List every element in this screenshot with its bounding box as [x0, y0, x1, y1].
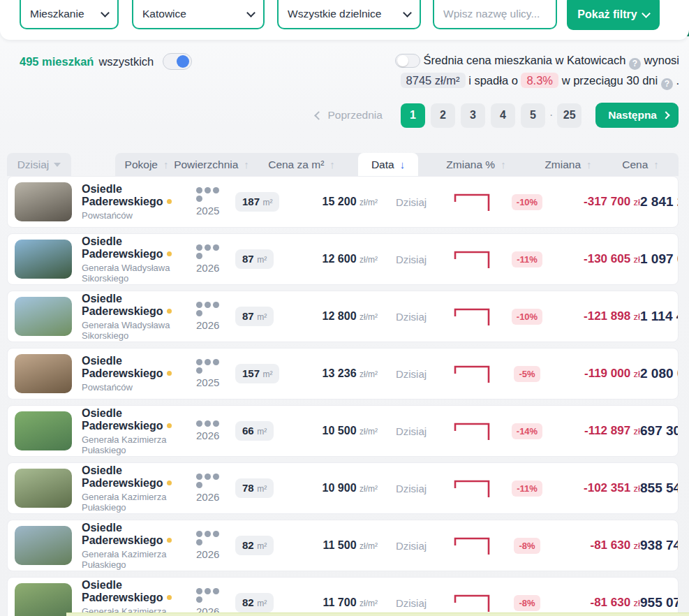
price-change-unit: zł	[634, 311, 640, 322]
district-select[interactable]: Wszystkie dzielnice	[277, 0, 421, 29]
listing-street: Generała Kazimierza Pułaskiego	[82, 492, 196, 513]
page-button-4[interactable]: 4	[491, 103, 515, 128]
area-badge: 187 m²	[235, 192, 279, 212]
help-icon[interactable]: ?	[661, 78, 673, 90]
column-label: Zmiana	[544, 159, 581, 171]
listing-date: Dzisiaj	[378, 254, 445, 265]
chevron-left-icon	[315, 111, 324, 120]
price-change-unit: zł	[634, 541, 640, 551]
price-per-m2-value: 15 200	[323, 196, 357, 207]
listing-title-block: Osiedle Paderewskiego Powstańców	[72, 355, 196, 393]
avg-price-value: 8745 zł/m²	[401, 73, 466, 88]
triangle-down-icon	[54, 163, 61, 167]
price-per-m2: 10 900 zł/m²	[295, 482, 378, 494]
area-unit: m²	[257, 484, 267, 494]
city-select[interactable]: Katowice	[132, 0, 265, 29]
price-per-m2: 10 500 zł/m²	[295, 425, 378, 437]
city-value: Katowice	[142, 8, 186, 20]
column-header-zmiana[interactable]: Zmiana↑	[534, 153, 602, 176]
listing-row[interactable]: Osiedle Paderewskiego Powstańców 2025 15…	[7, 348, 679, 399]
page-button-3[interactable]: 3	[461, 103, 485, 128]
room-count-dots-icon	[196, 302, 224, 316]
column-label: Cena za m²	[268, 159, 324, 171]
price-change-value: -102 351	[584, 481, 630, 494]
area-unit: m²	[257, 599, 267, 608]
header-spacer	[71, 153, 115, 176]
column-header-zmiana-%[interactable]: Zmiana %↑	[418, 153, 534, 176]
avg-price-text-post: wynosi	[644, 54, 679, 66]
listing-row[interactable]: Osiedle Paderewskiego Powstańców 2025 18…	[7, 176, 679, 228]
page-button-5[interactable]: 5	[521, 103, 545, 128]
listing-row[interactable]: Osiedle Paderewskiego Generała Kazimierz…	[7, 462, 679, 514]
price-change: -102 351 zł	[551, 481, 640, 495]
price-per-m2-unit: zł/m²	[360, 255, 378, 265]
listing-row[interactable]: Osiedle Paderewskiego Generała Kazimierz…	[7, 577, 679, 616]
table-header: Dzisiaj Pokoje↑Powierzchnia↑Cena za m²↑D…	[7, 153, 679, 176]
price-drop-sparkline-icon	[447, 478, 501, 499]
status-dot-icon	[167, 595, 172, 600]
area-unit: m²	[257, 255, 267, 265]
column-header-powierzchnia[interactable]: Powierzchnia↑	[178, 153, 245, 176]
price-per-m2-value: 12 600	[323, 253, 357, 265]
listing-title: Osiedle Paderewskiego	[82, 579, 163, 603]
previous-page-button[interactable]: Poprzednia	[316, 109, 382, 122]
price-change-value: -81 630	[590, 596, 630, 609]
chevron-right-icon	[662, 111, 669, 119]
listing-title: Osiedle Paderewskiego	[82, 183, 163, 207]
column-header-pokoje[interactable]: Pokoje↑	[115, 153, 178, 176]
price-change-value: -81 630	[590, 538, 630, 552]
all-listings-toggle[interactable]	[163, 53, 192, 70]
column-label: Powierzchnia	[174, 159, 238, 171]
price-change: -121 898 zł	[551, 309, 640, 323]
price-change: -81 630 zł	[551, 538, 640, 552]
price-change-unit: zł	[634, 426, 640, 437]
district-value: Wszystkie dzielnice	[288, 8, 381, 20]
room-count-dots-icon	[196, 474, 224, 488]
room-count-dots-icon	[196, 244, 224, 259]
page-button-1[interactable]: 1	[401, 103, 425, 128]
price-drop-sparkline-icon	[447, 306, 501, 327]
total-price: 855 541 zł	[640, 481, 679, 496]
listing-row[interactable]: Osiedle Paderewskiego Generała Władysław…	[7, 233, 679, 285]
listing-title: Osiedle Paderewskiego	[82, 235, 163, 260]
page-button-last[interactable]: 25	[557, 103, 581, 128]
average-price-toggle[interactable]	[395, 54, 420, 68]
show-filters-button[interactable]: Pokaż filtry	[567, 0, 660, 30]
street-search-input[interactable]: Wpisz nazwę ulicy...	[433, 0, 557, 29]
next-page-label: Następna	[608, 109, 657, 122]
area-badge: 87 m²	[235, 307, 274, 326]
green-buildings-photo	[15, 297, 72, 336]
price-per-m2: 11 500 zł/m²	[295, 539, 378, 552]
towers-by-lake-photo	[15, 240, 72, 279]
price-drop-percent: 8.3%	[521, 73, 558, 88]
price-change-value: -112 897	[584, 424, 630, 437]
toggle-knob	[177, 55, 189, 68]
completion-year: 2026	[196, 491, 235, 503]
page-button-2[interactable]: 2	[431, 103, 455, 128]
listing-row[interactable]: Osiedle Paderewskiego Generała Kazimierz…	[7, 520, 679, 571]
price-change: -112 897 zł	[551, 424, 640, 438]
listings-count-number: 495 mieszkań	[20, 55, 94, 68]
column-header-cena-za-m-[interactable]: Cena za m²↑	[245, 153, 358, 176]
next-page-button[interactable]: Następna	[595, 103, 679, 128]
completion-year: 2025	[196, 205, 235, 217]
status-dot-icon	[167, 481, 172, 485]
help-icon[interactable]: ?	[629, 58, 641, 70]
column-header-cena[interactable]: Cena↑	[602, 153, 679, 176]
listing-title-block: Osiedle Paderewskiego Generała Władysław…	[72, 293, 196, 341]
area-value: 78	[242, 482, 254, 494]
rooms-and-year: 2025	[196, 359, 235, 388]
listings-table: Osiedle Paderewskiego Powstańców 2025 18…	[7, 176, 679, 616]
area-badge: 82 m²	[235, 536, 274, 555]
status-dot-icon	[167, 371, 172, 376]
listings-count-suffix: wszystkich	[98, 55, 154, 68]
price-change: -81 630 zł	[551, 596, 640, 610]
date-filter-dropdown[interactable]: Dzisiaj	[7, 153, 71, 176]
listing-row[interactable]: Osiedle Paderewskiego Generała Kazimierz…	[7, 405, 679, 457]
area-badge: 157 m²	[235, 364, 279, 383]
property-type-select[interactable]: Mieszkanie	[20, 0, 119, 29]
listing-row[interactable]: Osiedle Paderewskiego Generała Władysław…	[7, 291, 679, 342]
price-per-m2-unit: zł/m²	[360, 312, 378, 322]
column-header-data[interactable]: Data↓	[358, 153, 418, 176]
listing-title-block: Osiedle Paderewskiego Powstańców	[72, 183, 196, 221]
